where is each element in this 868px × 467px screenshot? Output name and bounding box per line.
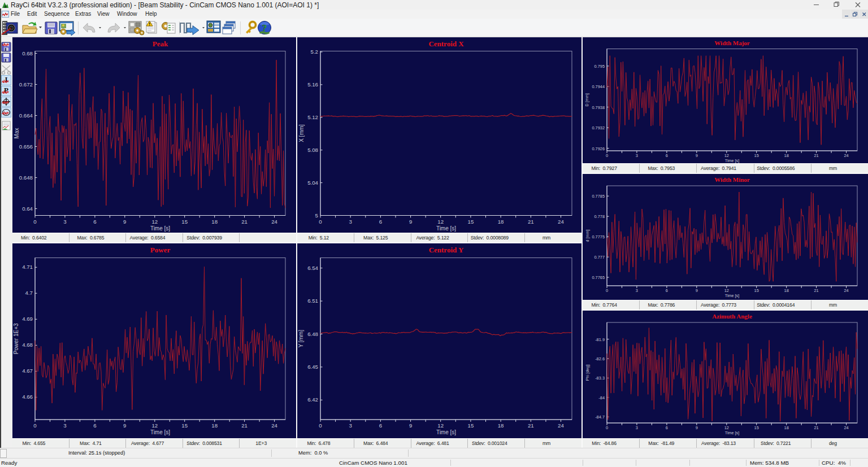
svg-text:6: 6 xyxy=(93,422,96,429)
svg-text:-84.7: -84.7 xyxy=(595,414,605,420)
svg-text:Time [s]: Time [s] xyxy=(436,225,456,232)
svg-text:4.67: 4.67 xyxy=(22,368,33,374)
svg-text:Width Minor: Width Minor xyxy=(714,176,750,183)
svg-text:21: 21 xyxy=(814,288,818,293)
svg-text:0.648: 0.648 xyxy=(19,174,33,181)
svg-text:6: 6 xyxy=(666,288,668,293)
svg-text:12: 12 xyxy=(724,425,729,430)
svg-text:12: 12 xyxy=(437,219,444,225)
svg-text:0.7785: 0.7785 xyxy=(592,194,605,199)
svg-text:21: 21 xyxy=(814,425,818,430)
svg-text:5.12: 5.12 xyxy=(307,114,318,120)
svg-text:18: 18 xyxy=(211,219,218,225)
svg-text:12: 12 xyxy=(151,422,158,429)
svg-text:6: 6 xyxy=(666,425,668,430)
svg-text:12: 12 xyxy=(724,288,729,293)
svg-text:12: 12 xyxy=(724,153,729,158)
svg-text:d [mm]: d [mm] xyxy=(585,230,590,242)
svg-text:6.51: 6.51 xyxy=(307,298,318,304)
svg-text:24: 24 xyxy=(558,422,564,429)
svg-text:Time [s]: Time [s] xyxy=(436,429,456,435)
svg-text:-82.6: -82.6 xyxy=(595,356,605,361)
svg-text:Time [s]: Time [s] xyxy=(725,158,739,163)
svg-text:Phi [deg]: Phi [deg] xyxy=(585,365,590,381)
svg-text:0.778: 0.778 xyxy=(594,214,605,219)
svg-text:0.7775: 0.7775 xyxy=(592,234,605,239)
svg-text:24: 24 xyxy=(844,425,848,430)
svg-text:Power 1E+3: Power 1E+3 xyxy=(14,323,20,354)
svg-text:6.42: 6.42 xyxy=(307,396,318,403)
svg-text:6.54: 6.54 xyxy=(307,265,318,271)
svg-text:9: 9 xyxy=(409,422,412,429)
svg-text:0.672: 0.672 xyxy=(19,81,33,88)
svg-text:12: 12 xyxy=(151,219,158,225)
svg-text:6.45: 6.45 xyxy=(307,364,318,370)
svg-text:6: 6 xyxy=(379,422,382,429)
svg-text:0.7765: 0.7765 xyxy=(592,275,605,280)
svg-text:3: 3 xyxy=(636,425,638,430)
svg-text:-84: -84 xyxy=(598,395,605,400)
svg-text:0.7932: 0.7932 xyxy=(592,125,605,130)
svg-text:-83.3: -83.3 xyxy=(595,376,605,381)
svg-text:0: 0 xyxy=(606,288,608,293)
svg-text:Time [s]: Time [s] xyxy=(150,225,170,232)
svg-text:21: 21 xyxy=(241,422,248,429)
svg-text:0.664: 0.664 xyxy=(19,112,33,119)
svg-text:Time [s]: Time [s] xyxy=(725,430,739,435)
svg-text:0: 0 xyxy=(319,422,322,429)
svg-text:0.68: 0.68 xyxy=(22,50,33,56)
svg-text:18: 18 xyxy=(498,219,504,225)
svg-text:Centroid Y: Centroid Y xyxy=(429,246,464,254)
svg-text:0.7926: 0.7926 xyxy=(592,146,605,151)
svg-text:12: 12 xyxy=(437,422,444,429)
svg-text:21: 21 xyxy=(528,422,534,429)
svg-text:Width Major: Width Major xyxy=(714,40,750,46)
svg-text:Peak: Peak xyxy=(153,40,168,48)
svg-text:15: 15 xyxy=(754,425,759,430)
svg-text:15: 15 xyxy=(754,153,759,158)
svg-text:0: 0 xyxy=(606,425,608,430)
svg-text:D [mm]: D [mm] xyxy=(585,93,590,106)
svg-text:6: 6 xyxy=(666,153,668,158)
svg-text:0.656: 0.656 xyxy=(19,143,33,150)
svg-text:9: 9 xyxy=(696,153,698,158)
svg-text:Time [s]: Time [s] xyxy=(150,429,170,435)
svg-text:4.68: 4.68 xyxy=(22,342,33,348)
svg-text:Y [mm]: Y [mm] xyxy=(298,330,305,348)
svg-text:3: 3 xyxy=(349,422,352,429)
svg-text:9: 9 xyxy=(696,425,698,430)
svg-text:18: 18 xyxy=(784,288,789,293)
svg-text:24: 24 xyxy=(844,288,848,293)
svg-text:5.2: 5.2 xyxy=(311,49,318,55)
svg-text:24: 24 xyxy=(271,422,277,429)
svg-text:X [mm]: X [mm] xyxy=(298,124,305,142)
svg-text:0.795: 0.795 xyxy=(594,64,605,69)
svg-text:24: 24 xyxy=(844,153,848,158)
svg-text:24: 24 xyxy=(558,219,564,225)
svg-text:5.16: 5.16 xyxy=(307,81,318,88)
svg-text:21: 21 xyxy=(528,219,534,225)
svg-text:4.7: 4.7 xyxy=(25,290,33,296)
svg-text:Power: Power xyxy=(150,246,171,254)
svg-text:Azimuth Angle: Azimuth Angle xyxy=(712,313,752,320)
svg-text:0: 0 xyxy=(606,153,608,158)
svg-text:3: 3 xyxy=(636,153,638,158)
svg-text:Time [s]: Time [s] xyxy=(725,293,739,298)
svg-text:4.66: 4.66 xyxy=(22,394,33,400)
svg-text:15: 15 xyxy=(754,288,759,293)
svg-text:15: 15 xyxy=(181,422,188,429)
svg-text:15: 15 xyxy=(468,422,474,429)
svg-text:0.777: 0.777 xyxy=(594,255,605,260)
svg-text:15: 15 xyxy=(468,219,474,225)
svg-text:24: 24 xyxy=(271,219,277,225)
svg-text:Centroid X: Centroid X xyxy=(428,40,464,48)
svg-text:3: 3 xyxy=(63,422,66,429)
svg-text:18: 18 xyxy=(498,422,504,429)
svg-text:0.7938: 0.7938 xyxy=(592,105,605,110)
svg-text:3: 3 xyxy=(349,219,352,225)
svg-text:0: 0 xyxy=(319,219,322,225)
svg-text:18: 18 xyxy=(211,422,218,429)
svg-text:15: 15 xyxy=(181,219,188,225)
svg-text:9: 9 xyxy=(409,219,412,225)
svg-text:9: 9 xyxy=(696,288,698,293)
